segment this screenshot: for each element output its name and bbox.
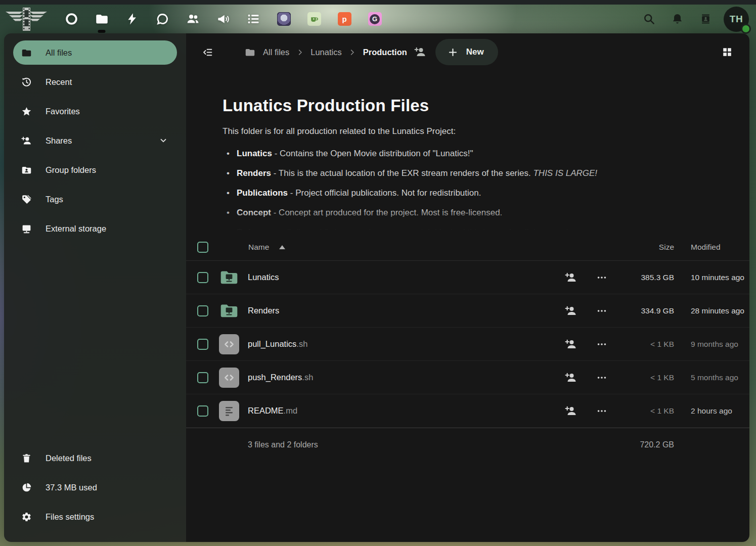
bell-icon bbox=[671, 13, 684, 25]
sidebar-item-label: External storage bbox=[46, 224, 106, 234]
file-size: 385.3 GB bbox=[613, 273, 674, 282]
sidebar-item-external-storage[interactable]: External storage bbox=[13, 216, 177, 241]
contact-card-icon bbox=[699, 13, 712, 25]
user-menu[interactable]: TH bbox=[724, 7, 749, 32]
file-extension: .sh bbox=[296, 339, 307, 348]
share-button[interactable] bbox=[561, 334, 581, 354]
sidebar-item-label: All files bbox=[46, 48, 72, 58]
history-icon bbox=[21, 77, 32, 87]
sort-ascending-icon[interactable] bbox=[279, 245, 285, 249]
three-dots-icon bbox=[596, 272, 607, 283]
readme-bullet-list: Lunatics - Contains the Open Movie distr… bbox=[223, 149, 729, 234]
share-button[interactable] bbox=[561, 401, 581, 421]
column-header-modified[interactable]: Modified bbox=[674, 243, 749, 252]
sidebar-item-all-files[interactable]: All files bbox=[13, 40, 177, 65]
home-folder-icon[interactable] bbox=[245, 47, 255, 58]
actions-button[interactable] bbox=[592, 334, 612, 354]
notifications-button[interactable] bbox=[665, 7, 689, 31]
grid-icon bbox=[722, 47, 733, 58]
app-contacts[interactable] bbox=[177, 7, 208, 32]
table-row-readme[interactable]: README.md < 1 KB 2 hours ago bbox=[186, 394, 749, 428]
breadcrumb-all-files[interactable]: All files bbox=[263, 48, 289, 57]
tag-icon bbox=[21, 194, 32, 205]
app-files[interactable] bbox=[86, 7, 117, 32]
column-header-size[interactable]: Size bbox=[613, 243, 674, 252]
g-badge-tile-icon: G bbox=[368, 12, 382, 26]
actions-button[interactable] bbox=[592, 401, 612, 421]
column-header-name[interactable]: Name bbox=[248, 243, 269, 252]
summary-total-size: 720.2 GB bbox=[613, 440, 674, 449]
app-external-moon[interactable] bbox=[269, 7, 299, 32]
table-row-renders[interactable]: Renders 334.9 GB 28 minutes ago bbox=[186, 294, 749, 328]
sidebar-item-shares[interactable]: Shares bbox=[13, 128, 177, 153]
app-external-teacup[interactable] bbox=[299, 7, 329, 32]
row-checkbox[interactable] bbox=[197, 405, 208, 417]
app-external-patreon[interactable]: p bbox=[329, 7, 360, 32]
file-extension: .sh bbox=[302, 373, 313, 382]
file-modified: 10 minutes ago bbox=[674, 273, 749, 282]
collapse-sidebar-button[interactable] bbox=[196, 41, 218, 63]
unified-search-button[interactable] bbox=[637, 7, 661, 31]
share-button[interactable] bbox=[561, 267, 581, 288]
grid-view-toggle[interactable] bbox=[716, 41, 738, 63]
sidebar-item-label: Favorites bbox=[46, 107, 80, 116]
share-folder-button[interactable] bbox=[410, 42, 430, 62]
actions-button[interactable] bbox=[592, 368, 612, 388]
three-dots-icon bbox=[596, 305, 607, 316]
markdown-document-icon bbox=[219, 401, 239, 421]
row-checkbox[interactable] bbox=[197, 339, 208, 350]
table-row-push-renders[interactable]: push_Renders.sh < 1 KB 5 months ago bbox=[186, 361, 749, 394]
select-all-checkbox[interactable] bbox=[197, 242, 208, 253]
monitor-icon bbox=[21, 223, 32, 234]
row-checkbox[interactable] bbox=[197, 372, 208, 383]
sidebar-item-quota[interactable]: 37.3 MB used bbox=[13, 475, 177, 499]
actions-button[interactable] bbox=[592, 267, 612, 288]
row-checkbox[interactable] bbox=[197, 272, 208, 283]
files-folder-icon bbox=[95, 12, 109, 26]
three-dots-icon bbox=[596, 339, 607, 350]
contacts-menu-button[interactable] bbox=[693, 7, 718, 31]
breadcrumb-production-current[interactable]: Production bbox=[363, 48, 407, 57]
lunatics-filmstrip-logo[interactable] bbox=[5, 6, 48, 32]
breadcrumb-lunatics[interactable]: Lunatics bbox=[310, 48, 341, 57]
share-button[interactable] bbox=[561, 368, 581, 388]
sidebar-item-group-folders[interactable]: Group folders bbox=[13, 158, 177, 182]
file-name: Lunatics bbox=[248, 272, 279, 282]
share-button[interactable] bbox=[561, 301, 581, 321]
search-icon bbox=[643, 13, 655, 25]
file-extension: .md bbox=[284, 406, 298, 415]
app-dashboard[interactable] bbox=[56, 7, 86, 32]
chevron-down-icon[interactable] bbox=[159, 136, 168, 145]
chevron-right-icon bbox=[293, 46, 306, 59]
app-activity[interactable] bbox=[117, 7, 147, 32]
folder-user-icon bbox=[21, 165, 32, 175]
app-talk[interactable] bbox=[147, 7, 177, 32]
top-strip bbox=[0, 0, 756, 5]
person-plus-icon bbox=[565, 271, 577, 284]
row-checkbox[interactable] bbox=[197, 305, 208, 316]
activity-lightning-icon bbox=[125, 12, 139, 26]
new-button[interactable]: New bbox=[435, 39, 498, 65]
actions-button[interactable] bbox=[592, 301, 612, 321]
collapse-sidebar-icon bbox=[202, 47, 213, 58]
table-row-lunatics[interactable]: Lunatics 385.3 GB 10 minutes ago bbox=[186, 261, 749, 294]
top-bar-right: TH bbox=[637, 7, 749, 32]
sidebar-item-deleted-files[interactable]: Deleted files bbox=[13, 446, 177, 470]
trash-icon bbox=[21, 453, 32, 464]
readme-bullet: Publications - Project official publicat… bbox=[223, 188, 729, 198]
quota-label: 37.3 MB used bbox=[46, 483, 97, 492]
sidebar-item-recent[interactable]: Recent bbox=[13, 70, 177, 94]
file-name: pull_Lunatics bbox=[248, 339, 296, 348]
readme-preview: Lunatics Production Files This folder is… bbox=[186, 71, 749, 234]
sidebar-item-files-settings[interactable]: Files settings bbox=[13, 505, 177, 529]
active-app-indicator bbox=[98, 30, 106, 33]
app-announcements[interactable] bbox=[208, 7, 238, 32]
app-tasks[interactable] bbox=[238, 7, 269, 32]
person-plus-icon bbox=[565, 305, 577, 317]
plus-icon bbox=[448, 47, 458, 58]
sidebar-item-favorites[interactable]: Favorites bbox=[13, 99, 177, 123]
patreon-p-tile-icon: p bbox=[338, 12, 351, 26]
table-row-pull-lunatics[interactable]: pull_Lunatics.sh < 1 KB 9 months ago bbox=[186, 328, 749, 361]
app-external-g[interactable]: G bbox=[360, 7, 390, 32]
sidebar-item-tags[interactable]: Tags bbox=[13, 187, 177, 211]
